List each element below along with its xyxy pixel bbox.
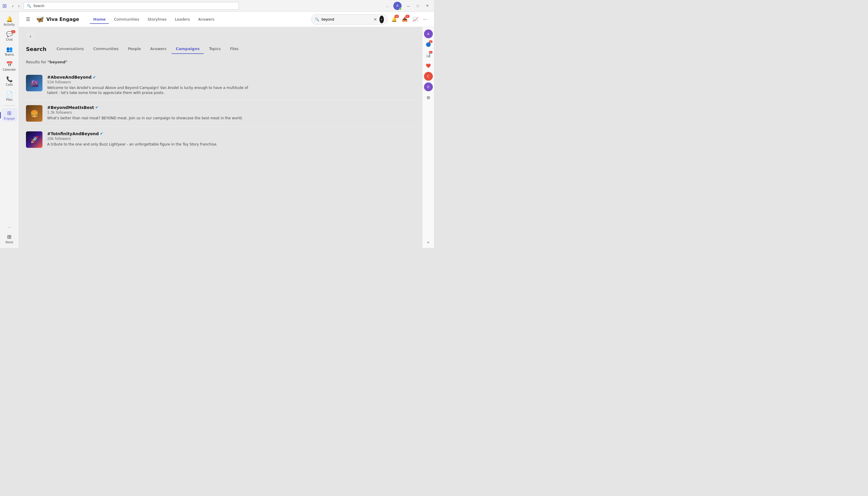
campaign-item[interactable]: 🚀 #ToInfinityAndBeyond ✔️ 20k followers … — [26, 127, 415, 153]
analytics-button[interactable]: 📈 — [411, 15, 420, 23]
close-button[interactable]: ✕ — [423, 2, 432, 10]
sidebar-item-engage[interactable]: ⊞ Engage — [2, 108, 17, 122]
campaign-followers: 534 followers — [47, 80, 415, 84]
sidebar-item-more[interactable]: ··· — [2, 224, 17, 231]
campaign-item[interactable]: 🌆 #AboveAndBeyond ✔️ 534 followers Welco… — [26, 70, 415, 100]
nav-storylines[interactable]: Storylines — [144, 15, 170, 24]
campaign-description: What's better than real meat? BEYOND mea… — [47, 116, 254, 121]
sidebar-item-chat[interactable]: 1 💬 Chat — [2, 29, 17, 43]
right-sidebar: A 🔵 ● 📊 ● ❤️ C D ⊞ « — [422, 27, 434, 248]
search-clear-button[interactable]: ✕ — [374, 17, 377, 22]
notifications-button[interactable]: 🔔 12 — [390, 15, 398, 23]
sidebar-item-label: Activity — [4, 23, 15, 26]
teams-sidebar: 🔔 Activity 1 💬 Chat 👥 Teams 📅 Calendar 📞… — [0, 12, 19, 248]
engage-search-input[interactable] — [322, 17, 371, 21]
engage-icon: ⊞ — [7, 110, 12, 116]
sidebar-item-label: Calls — [6, 83, 13, 86]
title-bar-actions: ... A — [384, 2, 402, 10]
title-bar-more-button[interactable]: ... — [384, 3, 391, 9]
back-nav: ‹ — [19, 27, 422, 41]
engage-search-area: 🔍 ✕ › 🔔 12 📥 5 📈 ··· — [311, 14, 428, 25]
header-more-button[interactable]: ··· — [422, 16, 428, 23]
tab-conversations[interactable]: Conversations — [53, 44, 88, 54]
inbox-button[interactable]: 📥 5 — [401, 15, 409, 23]
calendar-icon: 📅 — [6, 61, 13, 67]
store-icon: ⊞ — [7, 234, 12, 240]
nav-forward-button[interactable]: › — [16, 2, 21, 10]
verified-icon: ✔️ — [95, 105, 99, 110]
title-bar-search-input[interactable] — [33, 4, 236, 8]
minimize-button[interactable]: — — [404, 2, 413, 10]
engage-header: ☰ 🦋 Viva Engage Home Communities Storyli… — [19, 12, 434, 27]
notification-badge: 12 — [394, 15, 399, 18]
campaign-name: #BeyondMeatIsBest ✔️ — [47, 105, 415, 110]
collapse-button[interactable]: « — [426, 238, 431, 246]
search-panel: ‹ Search Conversations Communities Peopl… — [19, 27, 422, 248]
window-controls: — □ ✕ — [404, 2, 432, 10]
activity-icon: 🔔 — [6, 16, 13, 22]
title-bar: ⊞ ‹ › 🔍 ... A — □ ✕ — [0, 0, 434, 12]
tab-people[interactable]: People — [124, 44, 145, 54]
sidebar-item-calls[interactable]: 📞 Calls — [2, 74, 17, 88]
campaign-info: #AboveAndBeyond ✔️ 534 followers Welcome… — [47, 75, 415, 95]
tab-communities[interactable]: Communities — [89, 44, 123, 54]
right-badge-1: ● — [429, 40, 433, 43]
nav-home[interactable]: Home — [90, 15, 109, 24]
verified-icon: ✔️ — [93, 75, 96, 79]
sidebar-item-label: Calendar — [3, 68, 16, 71]
sidebar-item-activity[interactable]: 🔔 Activity — [2, 14, 17, 28]
right-action-btn-3[interactable]: ❤️ — [424, 61, 433, 70]
sidebar-item-label: Chat — [6, 38, 13, 41]
engage-search-box[interactable]: 🔍 ✕ › — [311, 14, 388, 25]
title-bar-search-box[interactable]: 🔍 — [24, 2, 239, 10]
tab-answers[interactable]: Answers — [146, 44, 171, 54]
svg-text:🌆: 🌆 — [30, 79, 39, 87]
tab-files[interactable]: Files — [226, 44, 243, 54]
sidebar-item-label: Engage — [4, 117, 15, 120]
campaign-description: Welcome to Van Arsdel's annual Above and… — [47, 86, 254, 95]
tab-topics[interactable]: Topics — [205, 44, 225, 54]
right-action-btn-2[interactable]: 📊 ● — [424, 51, 433, 60]
maximize-button[interactable]: □ — [413, 2, 422, 10]
nav-back-button[interactable]: ‹ — [10, 2, 15, 10]
search-content: ‹ Search Conversations Communities Peopl… — [19, 27, 434, 248]
nav-leaders[interactable]: Leaders — [171, 15, 193, 24]
chat-badge: 1 — [11, 30, 15, 33]
campaign-description: A tribute to the one and only Buzz Light… — [47, 142, 254, 147]
campaign-thumbnail: 🌆 — [26, 75, 43, 91]
sidebar-item-label: Files — [6, 98, 13, 101]
svg-text:🍔: 🍔 — [30, 110, 39, 118]
app-container: 🔔 Activity 1 💬 Chat 👥 Teams 📅 Calendar 📞… — [0, 12, 434, 248]
user-avatar[interactable]: A — [393, 2, 402, 10]
right-action-btn-1[interactable]: 🔵 ● — [424, 40, 433, 49]
hamburger-button[interactable]: ☰ — [25, 15, 31, 23]
right-avatar-2[interactable]: C — [424, 72, 433, 81]
nav-answers[interactable]: Answers — [195, 15, 218, 24]
main-content: ☰ 🦋 Viva Engage Home Communities Storyli… — [19, 12, 434, 248]
sidebar-item-label: Teams — [5, 53, 14, 56]
nav-communities[interactable]: Communities — [110, 15, 143, 24]
sidebar-item-store[interactable]: ⊞ Store — [2, 232, 17, 246]
sidebar-item-teams[interactable]: 👥 Teams — [2, 44, 17, 58]
viva-engage-logo-icon: 🦋 — [36, 16, 44, 23]
search-icon: 🔍 — [27, 4, 31, 8]
results-prefix: Results for — [26, 60, 47, 64]
tab-campaigns[interactable]: Campaigns — [171, 44, 204, 54]
teams-logo-icon: ⊞ — [2, 3, 7, 9]
campaign-item[interactable]: 🍔 #BeyondMeatIsBest ✔️ 1.3k followers Wh… — [26, 100, 415, 127]
search-submit-button[interactable]: › — [379, 16, 384, 23]
files-icon: 📄 — [6, 91, 13, 97]
more-label: ··· — [8, 226, 11, 229]
campaign-name-text: #BeyondMeatIsBest — [47, 105, 94, 110]
campaign-info: #ToInfinityAndBeyond ✔️ 20k followers A … — [47, 131, 415, 147]
sidebar-item-calendar[interactable]: 📅 Calendar — [2, 59, 17, 73]
right-avatar-1[interactable]: A — [424, 29, 433, 38]
right-action-btn-4[interactable]: ⊞ — [424, 93, 433, 102]
sidebar-item-files[interactable]: 📄 Files — [2, 89, 17, 103]
right-avatar-3[interactable]: D — [424, 82, 433, 91]
campaign-name-text: #AboveAndBeyond — [47, 75, 92, 79]
inbox-badge: 5 — [405, 15, 409, 18]
back-button[interactable]: ‹ — [26, 32, 35, 41]
campaign-name: #ToInfinityAndBeyond ✔️ — [47, 131, 415, 136]
right-badge-2: ● — [429, 51, 433, 53]
